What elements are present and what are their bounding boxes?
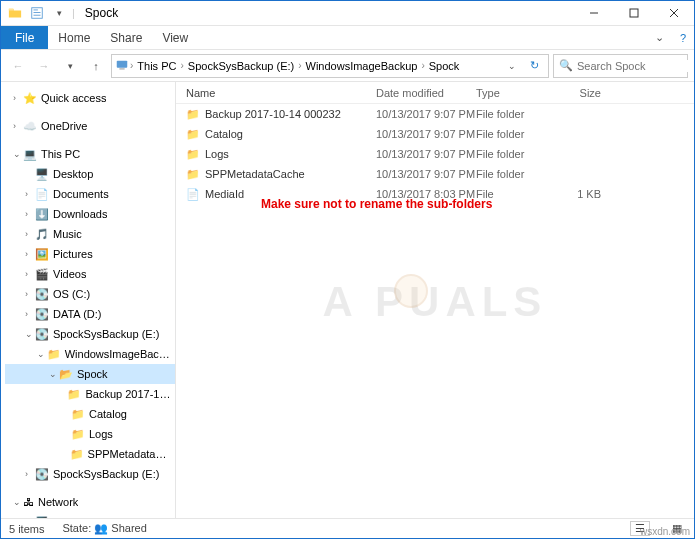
drive-icon: 💽	[35, 288, 49, 301]
list-item[interactable]: 📁Backup 2017-10-14 000232 10/13/2017 9:0…	[176, 104, 694, 124]
list-item[interactable]: 📁Catalog 10/13/2017 9:07 PM File folder	[176, 124, 694, 144]
tree-backup[interactable]: 📁Backup 2017-10-14 000232	[5, 384, 175, 404]
crumb[interactable]: Spock	[426, 60, 463, 72]
tree-downloads[interactable]: ›⬇️Downloads	[5, 204, 175, 224]
qat-dropdown-icon[interactable]: ▾	[50, 4, 68, 22]
status-state: State: 👥 Shared	[62, 522, 146, 535]
folder-icon: 📁	[186, 148, 200, 161]
folder-icon: 📁	[71, 408, 85, 421]
menu-share[interactable]: Share	[100, 27, 152, 49]
tree-quick-access[interactable]: ›⭐Quick access	[5, 88, 175, 108]
minimize-button[interactable]	[574, 1, 614, 26]
tree-music[interactable]: ›🎵Music	[5, 224, 175, 244]
watermark-mascot-icon	[394, 274, 428, 308]
column-name[interactable]: Name	[176, 87, 376, 99]
svg-rect-3	[34, 15, 41, 16]
onedrive-icon: ☁️	[23, 120, 37, 133]
folder-icon: 📁	[186, 128, 200, 141]
file-list[interactable]: A PUALS Name Date modified Type Size 📁Ba…	[176, 82, 694, 518]
folder-icon: 📁	[186, 108, 200, 121]
item-name: Backup 2017-10-14 000232	[205, 108, 341, 120]
tree-drive-e-2[interactable]: ›💽SpockSysBackup (E:)	[5, 464, 175, 484]
tree-logs[interactable]: 📁Logs	[5, 424, 175, 444]
quick-access-icon: ⭐	[23, 92, 37, 105]
search-box[interactable]: 🔍	[553, 54, 688, 78]
drive-icon: 💽	[35, 328, 49, 341]
pc-icon	[115, 58, 129, 74]
svg-rect-8	[117, 60, 128, 67]
pictures-icon: 🖼️	[35, 248, 49, 261]
search-icon: 🔍	[559, 59, 577, 72]
crumb[interactable]: This PC	[134, 60, 179, 72]
svg-rect-1	[34, 10, 38, 11]
tree-spp[interactable]: 📁SPPMetadataCache	[5, 444, 175, 464]
up-button[interactable]: ↑	[85, 55, 107, 77]
tree-spock[interactable]: ⌄📂Spock	[5, 364, 175, 384]
menu-home[interactable]: Home	[48, 27, 100, 49]
menu-view[interactable]: View	[152, 27, 198, 49]
computer-icon: 🖥️	[35, 516, 49, 519]
column-date[interactable]: Date modified	[376, 87, 476, 99]
file-icon: 📄	[186, 188, 200, 201]
desktop-icon: 🖥️	[35, 168, 49, 181]
folder-icon: 📁	[67, 388, 81, 401]
item-name: Logs	[205, 148, 229, 160]
tree-net-spock[interactable]: ›🖥️SPOCK	[5, 512, 175, 518]
item-type: File folder	[476, 168, 551, 180]
tree-catalog[interactable]: 📁Catalog	[5, 404, 175, 424]
tree-this-pc[interactable]: ⌄💻This PC	[5, 144, 175, 164]
tree-videos[interactable]: ›🎬Videos	[5, 264, 175, 284]
address-dropdown-icon[interactable]: ⌄	[501, 55, 523, 77]
qat-properties-icon[interactable]	[28, 4, 46, 22]
drive-icon: 💽	[35, 308, 49, 321]
list-item[interactable]: 📁Logs 10/13/2017 9:07 PM File folder	[176, 144, 694, 164]
column-size[interactable]: Size	[551, 87, 611, 99]
tree-drive-e[interactable]: ⌄💽SpockSysBackup (E:)	[5, 324, 175, 344]
annotation-warning: Make sure not to rename the sub-folders	[261, 197, 492, 211]
watermark: A PUALS	[323, 278, 548, 326]
refresh-icon[interactable]: ↻	[523, 55, 545, 77]
item-type: File folder	[476, 108, 551, 120]
folder-icon: ⬇️	[35, 208, 49, 221]
tree-drive-d[interactable]: ›💽DATA (D:)	[5, 304, 175, 324]
folder-icon: 📁	[70, 448, 84, 461]
music-icon: 🎵	[35, 228, 49, 241]
tree-wib[interactable]: ⌄📁WindowsImageBackup	[5, 344, 175, 364]
status-item-count: 5 items	[9, 523, 44, 535]
svg-rect-9	[119, 68, 124, 69]
list-item[interactable]: 📁SPPMetadataCache 10/13/2017 9:07 PM Fil…	[176, 164, 694, 184]
item-type: File folder	[476, 128, 551, 140]
menu-file[interactable]: File	[1, 26, 48, 49]
close-button[interactable]	[654, 1, 694, 26]
tree-onedrive[interactable]: ›☁️OneDrive	[5, 116, 175, 136]
column-type[interactable]: Type	[476, 87, 551, 99]
crumb[interactable]: SpockSysBackup (E:)	[185, 60, 297, 72]
item-name: MediaId	[205, 188, 244, 200]
crumb[interactable]: WindowsImageBackup	[303, 60, 421, 72]
ribbon-expand-icon[interactable]: ⌄	[647, 31, 672, 44]
forward-button[interactable]: →	[33, 55, 55, 77]
folder-icon: 📁	[71, 428, 85, 441]
tree-drive-c[interactable]: ›💽OS (C:)	[5, 284, 175, 304]
nav-tree[interactable]: ›⭐Quick access ›☁️OneDrive ⌄💻This PC 🖥️D…	[1, 82, 176, 518]
help-icon[interactable]: ?	[672, 32, 694, 44]
item-date: 10/13/2017 9:07 PM	[376, 168, 476, 180]
shared-icon: 👥	[94, 522, 108, 534]
search-input[interactable]	[577, 60, 695, 72]
recent-locations-button[interactable]: ▾	[59, 55, 81, 77]
tree-documents[interactable]: ›📄Documents	[5, 184, 175, 204]
tree-pictures[interactable]: ›🖼️Pictures	[5, 244, 175, 264]
address-bar[interactable]: › This PC › SpockSysBackup (E:) › Window…	[111, 54, 549, 78]
tree-network[interactable]: ⌄🖧Network	[5, 492, 175, 512]
item-date: 10/13/2017 9:07 PM	[376, 108, 476, 120]
folder-icon: 📁	[186, 168, 200, 181]
drive-icon: 💽	[35, 468, 49, 481]
folder-icon: 📄	[35, 188, 49, 201]
maximize-button[interactable]	[614, 1, 654, 26]
item-size: 1 KB	[551, 188, 611, 200]
source-watermark: wsxdn.com	[640, 526, 690, 537]
tree-desktop[interactable]: 🖥️Desktop	[5, 164, 175, 184]
back-button[interactable]: ←	[7, 55, 29, 77]
item-date: 10/13/2017 9:07 PM	[376, 128, 476, 140]
item-date: 10/13/2017 9:07 PM	[376, 148, 476, 160]
